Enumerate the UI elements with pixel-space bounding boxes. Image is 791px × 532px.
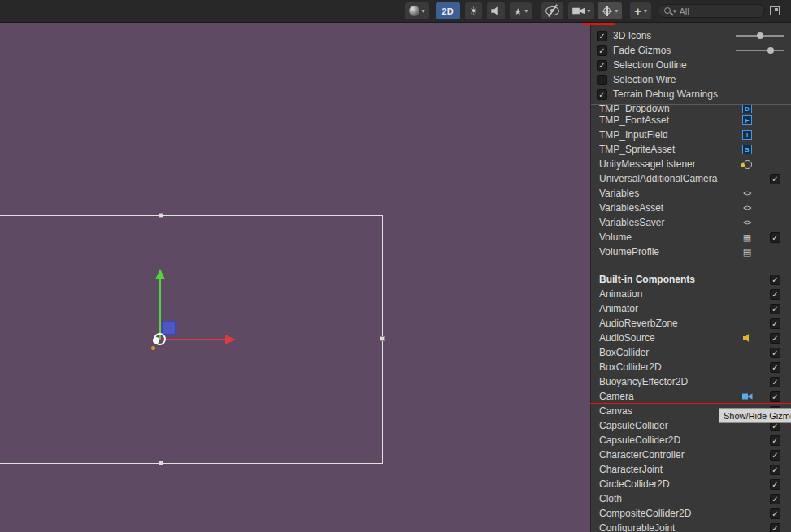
2d-toggle-button[interactable]: 2D (436, 2, 460, 19)
gizmo-row[interactable]: UniversalAdditionalCamera✓ (591, 171, 791, 186)
scene-visibility-button[interactable] (541, 2, 563, 19)
gizmo-checkbox[interactable]: ✓ (770, 391, 780, 402)
gizmo-row[interactable]: CharacterController✓ (591, 448, 791, 462)
gizmo-row[interactable]: BuoyancyEffector2D✓ (591, 374, 791, 389)
gizmo-row[interactable]: BoxCollider2D✓ (591, 360, 791, 374)
row-icon-slot (741, 158, 753, 170)
gizmo-checkbox[interactable]: ✓ (770, 435, 780, 446)
x-axis-arrowhead-icon[interactable] (225, 335, 236, 344)
gizmo-row[interactable]: CharacterJoint✓ (591, 462, 791, 477)
gizmo-slider[interactable] (736, 35, 784, 37)
rect-handle-top[interactable] (159, 213, 163, 218)
gizmo-row[interactable]: Volume▦✓ (591, 230, 791, 244)
gizmo-row[interactable]: VolumeProfile▤ (591, 244, 791, 259)
gizmo-checkbox[interactable]: ✓ (770, 479, 780, 490)
slider-knob[interactable] (757, 32, 763, 39)
gizmo-row[interactable]: CircleCollider2D✓ (591, 477, 791, 491)
gizmo-toggle-row[interactable]: ✓Fade Gizmos (591, 43, 791, 58)
gizmo-global-toggles: ✓3D Icons✓Fade Gizmos✓Selection OutlineS… (591, 23, 791, 104)
gizmo-checkbox[interactable]: ✓ (770, 333, 780, 344)
search-input[interactable] (680, 6, 759, 16)
gizmos-dropdown-button[interactable]: ▾ (598, 2, 622, 19)
gizmo-row[interactable]: AudioSource✓ (591, 331, 791, 345)
gizmo-row[interactable]: UnityMessageListener (591, 157, 791, 171)
gizmo-checkbox[interactable]: ✓ (770, 494, 780, 504)
xy-plane-handle[interactable] (162, 321, 176, 335)
gizmo-checkbox[interactable]: ✓ (770, 304, 780, 314)
gizmo-slider[interactable] (736, 50, 784, 51)
gizmo-checkbox[interactable]: ✓ (597, 89, 607, 100)
search-field[interactable]: ▾ (658, 4, 765, 18)
gizmo-toggle-row[interactable]: Selection Wire (591, 72, 791, 87)
gizmo-checkbox[interactable] (597, 75, 607, 85)
cube-icon: ▦ (743, 232, 751, 242)
gizmo-checkbox[interactable]: ✓ (597, 60, 607, 71)
rect-handle-right[interactable] (380, 336, 385, 341)
gizmo-row[interactable]: Animator✓ (591, 301, 791, 316)
row-label: AudioSource (599, 332, 741, 344)
gizmo-checkbox[interactable]: ✓ (770, 174, 780, 184)
tmp-letter-f-icon: F (742, 115, 752, 125)
row-icon-slot (741, 435, 753, 446)
camera-settings-dropdown[interactable]: ▾ (568, 2, 594, 19)
gizmo-checkbox[interactable]: ✓ (770, 348, 780, 358)
gizmo-checkbox[interactable]: ✓ (770, 232, 780, 243)
pivot-dot (153, 337, 159, 344)
chevron-down-icon: ▾ (615, 7, 618, 15)
gizmo-row[interactable]: VariablesAsset<> (591, 201, 791, 215)
gizmo-checkbox[interactable]: ✓ (597, 31, 607, 41)
gizmo-checkbox[interactable]: ✓ (770, 465, 780, 475)
gizmo-checkbox[interactable]: ✓ (770, 289, 780, 300)
gizmo-row[interactable]: TMP_SpriteAssetS (591, 142, 791, 157)
x-axis-arrow[interactable] (160, 339, 225, 340)
row-icon-slot (741, 332, 753, 344)
rect-handle-bottom[interactable] (159, 461, 163, 465)
gizmo-row[interactable]: Camera✓ (591, 389, 791, 404)
gizmo-checkbox[interactable]: ✓ (770, 362, 780, 373)
gizmo-checkbox[interactable]: ✓ (770, 450, 780, 461)
gizmo-checkbox[interactable]: ✓ (770, 318, 780, 329)
gizmo-row[interactable]: TMP_InputFieldI (591, 128, 791, 142)
slider-knob[interactable] (767, 47, 774, 54)
gizmo-checkbox[interactable]: ✓ (597, 45, 607, 56)
row-label: TMP_FontAsset (599, 115, 741, 126)
y-axis-arrowhead-icon[interactable] (155, 269, 165, 279)
row-check-slot: ✓ (770, 479, 780, 490)
row-icon-slot (741, 361, 753, 373)
add-overlay-dropdown[interactable]: + ▾ (630, 2, 651, 19)
audio-toggle-button[interactable] (487, 2, 505, 19)
effects-dropdown-button[interactable]: ★ ▾ (510, 2, 532, 19)
shading-mode-dropdown[interactable]: ▾ (405, 2, 429, 19)
gizmo-row[interactable]: ConfigurableJoint✓ (591, 521, 791, 532)
gizmo-checkbox[interactable]: ✓ (770, 523, 780, 532)
row-icon-slot: ▦ (741, 231, 753, 243)
gizmo-checkbox[interactable]: ✓ (770, 508, 780, 519)
gizmos-icon (602, 6, 612, 16)
row-icon-slot (741, 522, 753, 532)
tmp-letter-i-icon: I (742, 130, 752, 140)
gizmo-toggle-row[interactable]: ✓Terrain Debug Warnings (591, 87, 791, 102)
open-window-button[interactable] (770, 6, 780, 15)
annotation-underline-camera-row (590, 403, 791, 404)
gizmo-row[interactable]: Cloth✓ (591, 491, 791, 506)
gizmo-row[interactable]: Built-in Components✓ (591, 272, 791, 287)
gizmo-toggle-row[interactable]: ✓Selection Outline (591, 58, 791, 72)
row-label: CapsuleCollider2D (599, 435, 741, 446)
gizmo-row[interactable]: Animation✓ (591, 287, 791, 301)
gizmo-toggle-row[interactable]: ✓3D Icons (591, 28, 791, 43)
lighting-toggle-button[interactable]: ☀ (465, 2, 483, 19)
scene-view[interactable] (0, 23, 590, 532)
gizmo-checkbox[interactable]: ✓ (770, 275, 780, 285)
gizmo-row[interactable]: CapsuleCollider2D✓ (591, 433, 791, 448)
gizmo-row[interactable]: Variables<> (591, 186, 791, 201)
gizmo-checkbox[interactable]: ✓ (770, 377, 780, 387)
y-axis-arrow[interactable] (159, 279, 161, 340)
row-label: Volume (599, 231, 741, 243)
gizmo-row[interactable]: VariablesSaver<> (591, 215, 791, 230)
gizmo-row[interactable]: CompositeCollider2D✓ (591, 506, 791, 521)
gizmo-row[interactable]: AudioReverbZone✓ (591, 316, 791, 331)
row-label: TMP_Dropdown (599, 105, 741, 113)
gizmo-row[interactable]: BoxCollider✓ (591, 345, 791, 360)
gizmo-row[interactable]: TMP_DropdownD (591, 105, 791, 113)
gizmo-row[interactable]: TMP_FontAssetF (591, 113, 791, 128)
